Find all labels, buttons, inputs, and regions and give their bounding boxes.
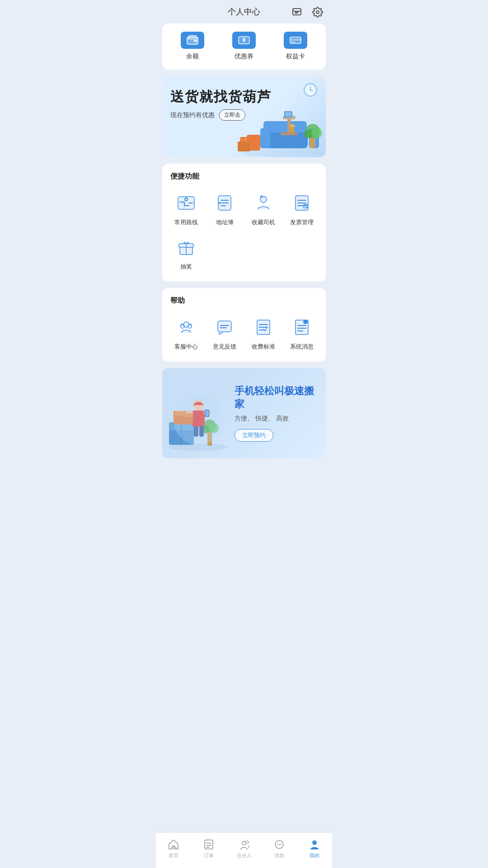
svg-point-98 xyxy=(279,844,280,845)
moving-illustration xyxy=(162,373,235,454)
page-title: 个人中心 xyxy=(228,6,260,17)
banner2-text-area: 手机轻松叫极速搬家 方便、 快捷、 高效 立即预约 xyxy=(235,385,326,441)
balance-label: 余额 xyxy=(186,52,199,61)
home-icon xyxy=(168,837,179,850)
quick-func-driver[interactable]: 收藏司机 xyxy=(244,189,283,229)
lottery-label: 抽奖 xyxy=(180,263,192,271)
svg-point-100 xyxy=(312,840,317,845)
svg-point-63 xyxy=(303,320,308,324)
invoice-icon xyxy=(290,191,314,215)
banner2-cta-button[interactable]: 立即预约 xyxy=(235,429,273,442)
nav-label-partner: 合伙人 xyxy=(237,852,252,859)
svg-point-87 xyxy=(174,395,223,445)
svg-rect-3 xyxy=(187,37,198,40)
feedback-icon xyxy=(213,316,236,339)
driver-icon xyxy=(252,191,275,215)
route-icon xyxy=(174,191,198,215)
help-fee[interactable]: 收费标准 xyxy=(244,313,283,354)
svg-point-14 xyxy=(310,89,311,91)
header: 个人中心 xyxy=(156,0,332,24)
finance-row: 余额 ¥ 优惠券 xyxy=(162,24,326,70)
help-title: 帮助 xyxy=(167,296,321,306)
help-grid: 客服中心 意见反馈 xyxy=(167,313,321,357)
moving-banner: 手机轻松叫极速搬家 方便、 快捷、 高效 立即预约 xyxy=(162,368,326,458)
gift-icon xyxy=(174,236,198,259)
finance-item-coupon[interactable]: ¥ 优惠券 xyxy=(232,32,256,61)
address-label: 地址簿 xyxy=(216,218,234,226)
svg-rect-31 xyxy=(281,132,298,135)
nav-item-message[interactable]: 消息 xyxy=(266,837,293,859)
address-icon xyxy=(213,191,236,215)
coupon-icon: ¥ xyxy=(232,32,256,49)
card-icon xyxy=(284,32,307,49)
wallet-icon xyxy=(181,32,204,49)
svg-rect-88 xyxy=(172,845,175,849)
help-feedback[interactable]: 意见反馈 xyxy=(206,313,244,354)
delivery-banner: 送货就找货葫芦 现在预约有优惠 立即去 xyxy=(162,76,326,157)
svg-point-99 xyxy=(281,844,282,845)
quick-functions-grid: 常用路线 地址簿 xyxy=(167,189,321,233)
quick-functions-card: 便捷功能 常用路线 xyxy=(162,164,326,282)
nav-label-home: 首页 xyxy=(169,852,178,859)
quick-functions-title: 便捷功能 xyxy=(167,172,321,181)
settings-icon-button[interactable] xyxy=(310,4,325,19)
fee-label: 收费标准 xyxy=(252,343,275,351)
system-msg-icon xyxy=(290,316,314,339)
message-nav-icon xyxy=(273,837,285,850)
finance-card: 余额 ¥ 优惠券 xyxy=(162,24,326,70)
banner2-sub-text: 方便、 快捷、 高效 xyxy=(235,415,319,423)
profile-icon xyxy=(309,837,320,850)
svg-rect-48 xyxy=(303,204,308,208)
nav-item-profile[interactable]: 我的 xyxy=(301,837,328,859)
help-service[interactable]: 客服中心 xyxy=(167,313,206,354)
svg-point-42 xyxy=(219,202,221,204)
order-icon xyxy=(203,837,215,850)
message-icon-button[interactable] xyxy=(290,4,304,19)
banner-illustration xyxy=(235,94,326,157)
bottom-nav: 首页 订单 合伙人 xyxy=(156,832,332,868)
svg-point-1 xyxy=(316,11,319,14)
invoice-label: 发票管理 xyxy=(290,218,314,226)
coupon-label: 优惠券 xyxy=(235,52,253,61)
svg-rect-4 xyxy=(194,40,197,42)
partner-icon xyxy=(238,837,250,850)
finance-item-balance[interactable]: 余额 xyxy=(181,32,204,61)
quick-func-address[interactable]: 地址簿 xyxy=(206,189,244,229)
svg-point-97 xyxy=(277,844,278,845)
svg-rect-55 xyxy=(218,321,231,332)
quick-func-lottery[interactable]: 抽奖 xyxy=(167,233,206,274)
svg-point-95 xyxy=(246,841,249,844)
svg-point-28 xyxy=(311,127,322,138)
nav-label-message: 消息 xyxy=(274,852,284,859)
nav-item-home[interactable]: 首页 xyxy=(160,837,187,859)
driver-label: 收藏司机 xyxy=(252,218,275,226)
svg-rect-8 xyxy=(290,39,301,41)
nav-label-profile: 我的 xyxy=(310,852,319,859)
help-card: 帮助 客服中心 xyxy=(162,288,326,362)
svg-point-94 xyxy=(242,841,246,845)
banner-sub-text: 现在预约有优惠 xyxy=(170,111,215,119)
svg-rect-9 xyxy=(291,42,295,42)
quick-func-invoice[interactable]: 发票管理 xyxy=(283,189,322,229)
card-label: 权益卡 xyxy=(286,52,305,61)
route-label: 常用路线 xyxy=(174,218,198,226)
service-icon xyxy=(174,316,198,339)
nav-label-order: 订单 xyxy=(204,852,214,859)
nav-item-order[interactable]: 订单 xyxy=(195,837,222,859)
finance-item-card[interactable]: 权益卡 xyxy=(284,32,307,61)
service-label: 客服中心 xyxy=(174,343,198,351)
system-msg-label: 系统消息 xyxy=(290,343,314,351)
svg-point-89 xyxy=(174,846,177,849)
svg-rect-35 xyxy=(285,112,291,117)
help-system-msg[interactable]: 系统消息 xyxy=(283,313,322,354)
svg-rect-19 xyxy=(263,121,307,132)
header-icons xyxy=(290,4,325,19)
svg-text:¥: ¥ xyxy=(242,36,246,43)
fee-icon xyxy=(252,316,275,339)
banner2-main-text: 手机轻松叫极速搬家 xyxy=(235,385,319,410)
nav-item-partner[interactable]: 合伙人 xyxy=(230,837,258,859)
svg-rect-24 xyxy=(238,142,250,151)
svg-rect-90 xyxy=(205,840,213,849)
feedback-label: 意见反馈 xyxy=(213,343,236,351)
quick-func-route[interactable]: 常用路线 xyxy=(167,189,206,229)
